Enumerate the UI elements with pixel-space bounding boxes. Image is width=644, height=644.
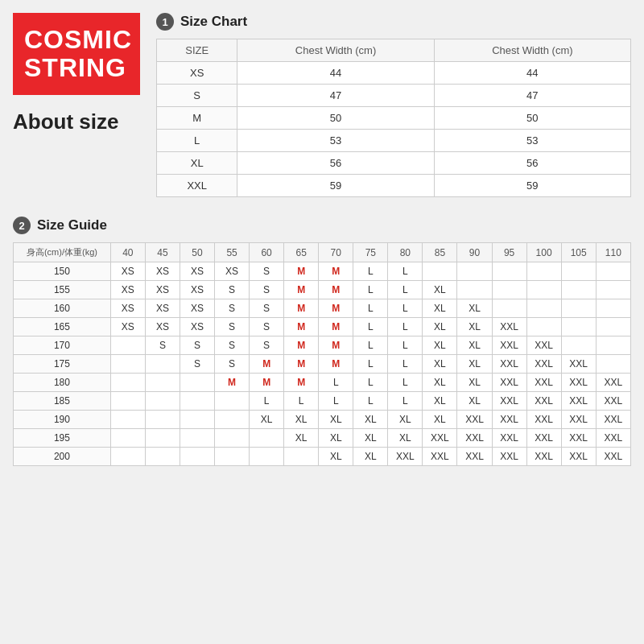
guide-value-cell: XL [319,448,353,466]
guide-value-cell: M [284,299,319,318]
guide-value-cell: S [250,262,284,281]
guide-value-cell [526,262,561,281]
guide-value-cell: L [388,281,423,299]
guide-header-cell: 105 [561,243,596,262]
guide-value-cell [596,262,630,281]
guide-value-cell: XXL [596,448,630,466]
guide-value-cell: XL [457,336,492,355]
guide-header-cell: 85 [423,243,457,262]
guide-header-cell: 110 [596,243,630,262]
guide-value-cell: XXL [457,411,492,429]
guide-value-cell: XXL [423,429,457,448]
guide-value-cell: XXL [492,392,526,411]
guide-value-cell: XXL [388,448,423,466]
guide-value-cell [110,355,145,374]
guide-value-cell: XL [353,429,388,448]
guide-value-cell: XL [423,299,457,318]
guide-value-cell: XXL [457,429,492,448]
size-chart-cell: XS [157,62,237,85]
size-chart-cell: L [157,130,237,152]
guide-value-cell [145,448,180,466]
guide-value-cell: S [180,336,214,355]
guide-value-cell: XL [457,299,492,318]
guide-value-cell: XXL [492,374,526,392]
guide-value-cell [526,281,561,299]
guide-value-cell: XL [423,355,457,374]
guide-value-cell: S [215,355,250,374]
guide-value-cell: M [319,355,353,374]
guide-header-cell: 身高(cm)/体重(kg) [14,243,111,262]
guide-value-cell: L [388,374,423,392]
guide-value-cell: XL [457,318,492,336]
guide-value-cell [180,392,214,411]
guide-value-cell [180,411,214,429]
guide-value-cell [457,281,492,299]
guide-value-cell: L [284,392,319,411]
guide-value-cell: XS [110,281,145,299]
guide-value-cell: XL [423,374,457,392]
guide-value-cell: XS [180,318,214,336]
guide-value-cell [145,355,180,374]
guide-value-cell: XL [457,374,492,392]
guide-value-cell: S [250,281,284,299]
size-chart-cell: S [157,85,237,107]
guide-value-cell [492,281,526,299]
guide-value-cell: L [353,355,388,374]
guide-value-cell: XXL [492,411,526,429]
guide-value-cell: M [319,299,353,318]
guide-value-cell [250,429,284,448]
guide-value-cell: XXL [526,448,561,466]
guide-value-cell: M [284,336,319,355]
size-chart-cell: 44 [237,62,434,85]
guide-value-cell: XXL [561,429,596,448]
guide-value-cell: S [215,281,250,299]
guide-value-cell: XL [388,411,423,429]
guide-value-cell: S [215,299,250,318]
guide-header-cell: 70 [319,243,353,262]
guide-value-cell: M [215,374,250,392]
section1-num: 1 [156,13,174,31]
guide-value-cell [596,318,630,336]
guide-value-cell [561,336,596,355]
guide-value-cell: S [250,336,284,355]
guide-value-cell: XL [284,429,319,448]
guide-value-cell [215,411,250,429]
guide-value-cell: XL [250,411,284,429]
size-chart-col-size: SIZE [157,39,237,62]
guide-value-cell: XXL [492,429,526,448]
guide-value-cell: M [284,281,319,299]
size-guide-section: 2 Size Guide 身高(cm)/体重(kg)40455055606570… [13,217,631,466]
guide-value-cell: XL [423,336,457,355]
guide-value-cell [596,281,630,299]
guide-value-cell: XXL [492,355,526,374]
guide-value-cell [215,448,250,466]
section2-num: 2 [13,217,31,234]
guide-height-cell: 165 [14,318,111,336]
guide-value-cell [215,429,250,448]
guide-value-cell: M [319,281,353,299]
size-chart-cell: 44 [434,62,630,85]
guide-value-cell: M [284,262,319,281]
guide-value-cell: M [250,374,284,392]
guide-value-cell: XXL [457,448,492,466]
guide-value-cell: XL [319,429,353,448]
guide-value-cell: XL [457,392,492,411]
guide-value-cell: L [388,392,423,411]
guide-value-cell: XL [423,392,457,411]
guide-value-cell [596,299,630,318]
size-chart-cell: 47 [434,85,630,107]
guide-value-cell: XL [388,429,423,448]
guide-header-cell: 45 [145,243,180,262]
guide-value-cell [561,262,596,281]
guide-value-cell: L [319,374,353,392]
guide-value-cell: XXL [526,392,561,411]
guide-value-cell [145,374,180,392]
guide-value-cell: XL [457,355,492,374]
guide-value-cell: XXL [561,355,596,374]
guide-value-cell: XXL [526,355,561,374]
about-size-label: About size [13,109,140,134]
size-chart-col-chest1: Chest Width (cm) [237,39,434,62]
guide-height-cell: 195 [14,429,111,448]
guide-value-cell: XS [180,281,214,299]
guide-value-cell: XXL [596,429,630,448]
